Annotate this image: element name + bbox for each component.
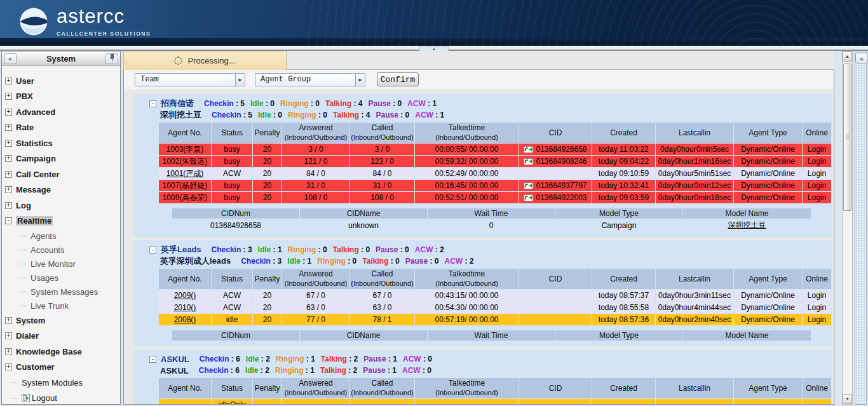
sidebar-item-dialer[interactable]: +Dialer: [2, 328, 120, 344]
team-select[interactable]: Team ▶: [135, 73, 245, 86]
expand-node-icon[interactable]: +: [5, 332, 12, 339]
sidebar-item-user[interactable]: +User: [2, 73, 120, 89]
sidebar-item-system[interactable]: +System: [2, 313, 120, 328]
main-panel: Team ▶ Agent Group ▶ Confirm -招商信诺Checki…: [123, 70, 834, 405]
scroll-up-button[interactable]: ▲: [843, 51, 852, 62]
dropdown-arrow-icon[interactable]: ▶: [235, 74, 245, 86]
agent-link[interactable]: 2008(): [174, 315, 196, 324]
dropdown-arrow-icon[interactable]: ▶: [355, 74, 365, 86]
collapse-group-icon[interactable]: -: [149, 356, 156, 363]
stat-acw: ACW : 0: [403, 355, 432, 363]
cell-lastcallin: 0day0hour5min51sec: [656, 168, 733, 179]
sidebar-item-knowledge-base[interactable]: +Knowledge Base: [2, 344, 120, 360]
model-name-link[interactable]: 深圳挖土豆: [728, 220, 766, 229]
column-header: Agent Type: [734, 123, 802, 143]
expand-node-icon[interactable]: +: [5, 155, 12, 162]
cell-cid: 013684937797: [519, 180, 592, 191]
cell-online: [803, 399, 831, 404]
east-collapse-button[interactable]: «: [855, 53, 868, 64]
logo-title: astercc: [57, 7, 151, 26]
sidebar-item-agents[interactable]: Agents: [2, 229, 120, 243]
expand-node-icon[interactable]: +: [5, 202, 12, 209]
stat-talking: Talking : 4: [325, 99, 362, 108]
sidebar-item-log[interactable]: +Log: [2, 198, 120, 213]
column-header: Status: [212, 378, 252, 398]
sidebar-item-call-center[interactable]: +Call Center: [2, 166, 120, 182]
incoming-call-icon[interactable]: [524, 145, 533, 154]
sidebar-item-pbx[interactable]: +PBX: [2, 89, 120, 105]
scroll-down-button[interactable]: ▼: [843, 394, 852, 404]
agent-link[interactable]: 2010(): [174, 303, 196, 312]
sidebar-item-accounts[interactable]: Accounts: [2, 243, 120, 257]
column-header: Created: [592, 269, 655, 289]
agent-link[interactable]: 2009(): [174, 291, 196, 300]
cell-status: ACW: [212, 302, 252, 313]
expand-node-icon[interactable]: +: [5, 109, 12, 116]
sidebar-item-rate[interactable]: +Rate: [2, 120, 120, 136]
pin-icon[interactable]: [105, 53, 118, 64]
sidebar-item-system-modules[interactable]: System Modules: [2, 375, 120, 391]
sidebar-item-advanced[interactable]: +Advanced: [2, 104, 120, 120]
group-title: 招商信诺: [161, 98, 194, 109]
sidebar-collapse-button[interactable]: «: [4, 53, 17, 64]
sidebar-item-label: User: [16, 76, 34, 86]
scrollbar-thumb[interactable]: [843, 64, 851, 211]
app-header: astercc CALLLCENTER SOLUTIONS: [0, 0, 868, 46]
expand-node-icon[interactable]: +: [5, 186, 12, 193]
column-header: CID: [519, 269, 592, 289]
confirm-button[interactable]: Confirm: [377, 72, 419, 86]
stat-checkin: Checkin : 5: [204, 99, 245, 108]
expand-node-icon[interactable]: +: [5, 348, 12, 355]
expand-node-icon[interactable]: +: [5, 171, 12, 178]
sidebar-item-live-monitor[interactable]: Live Monitor: [2, 257, 120, 271]
sidebar-item-realtime[interactable]: -Realtime: [2, 213, 120, 229]
cell-answered: 67 / 0: [282, 290, 349, 301]
incoming-call-icon[interactable]: [524, 157, 533, 166]
cell-talked: 00:00:55/ 00:00:00: [415, 144, 519, 155]
cell-cid: [519, 302, 592, 313]
tab-processing[interactable]: Processing...: [123, 51, 287, 70]
collapse-node-icon[interactable]: -: [5, 217, 12, 224]
incoming-call-icon[interactable]: [524, 193, 533, 202]
sidebar-item-campaign[interactable]: +Campaign: [2, 151, 120, 167]
sidebar-item-usages[interactable]: Usages: [2, 271, 120, 285]
sidebar-item-live-trunk[interactable]: Live Trunk: [2, 299, 120, 313]
sidebar-item-label: System Messages: [31, 287, 98, 297]
vertical-scrollbar[interactable]: ▲ ▼: [842, 51, 853, 405]
collapse-group-icon[interactable]: -: [149, 247, 156, 254]
cell-agent_no: 2010(): [159, 302, 211, 313]
sidebar-item-statistics[interactable]: +Statistics: [2, 135, 120, 151]
cell-talked: 00:59:32/ 00:00:00: [415, 156, 519, 167]
sidebar-item-logout[interactable]: Logout: [2, 391, 120, 405]
cell-lastcallin: 0day0hour0min5sec: [656, 144, 733, 155]
expand-node-icon[interactable]: +: [5, 93, 12, 100]
cell-agent_type: Dynamic/Online: [734, 144, 802, 155]
sidebar-item-system-messages[interactable]: System Messages: [2, 285, 120, 299]
sidebar-item-customer[interactable]: +Customer: [2, 360, 120, 376]
cell-created: today 11:03:22: [592, 144, 655, 155]
collapse-group-icon[interactable]: -: [149, 100, 156, 107]
sidebar-item-message[interactable]: +Message: [2, 182, 120, 198]
agent-group-panel: -英孚LeadsCheckin : 3Idle : 1Ringing : 0Ta…: [134, 240, 832, 346]
cid-cell: Campaign: [555, 219, 682, 231]
stat-pause: Pause : 0: [369, 99, 402, 108]
agent-group-select[interactable]: Agent Group ▶: [255, 73, 365, 86]
column-header: Agent No.: [159, 269, 211, 289]
column-header: CID: [519, 378, 592, 398]
expand-node-icon[interactable]: +: [5, 317, 12, 324]
expand-node-icon[interactable]: +: [5, 78, 12, 85]
stat-checkin: Checkin : 3: [241, 257, 281, 266]
incoming-call-icon[interactable]: [524, 181, 533, 190]
collapse-header-button[interactable]: ▲: [419, 46, 449, 51]
tree-connector: [20, 278, 27, 278]
agent-row: 2010()ACW2063 / 063 / 000:54:30/ 00:00:0…: [159, 302, 831, 313]
sidebar-item-label: Agents: [31, 231, 56, 241]
expand-node-icon[interactable]: +: [5, 124, 12, 131]
expand-node-icon[interactable]: +: [5, 140, 12, 147]
east-collapsed-panel[interactable]: «: [855, 51, 867, 405]
agent-link[interactable]: 1001(严成): [166, 169, 204, 178]
stat-ringing: Ringing : 0: [288, 245, 327, 254]
cell-called: [350, 399, 414, 404]
expand-node-icon[interactable]: +: [5, 363, 12, 370]
stat-checkin: Checkin : 5: [212, 111, 252, 119]
